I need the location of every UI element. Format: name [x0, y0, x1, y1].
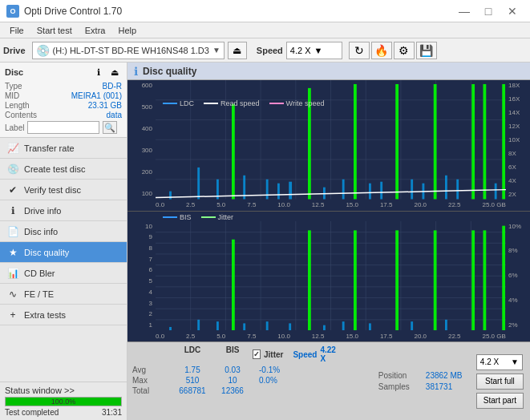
- settings-button[interactable]: ⚙: [394, 42, 415, 59]
- speed-select[interactable]: 4.2 X ▼: [286, 42, 342, 59]
- y-upper-400: 400: [142, 125, 152, 132]
- type-label: Type: [5, 82, 22, 91]
- nav-label-cd-bler: CD Bler: [24, 269, 55, 278]
- total-label: Total: [132, 386, 172, 395]
- save-button[interactable]: 💾: [416, 42, 437, 59]
- x-lower-22.5: 22.5: [448, 333, 461, 340]
- x-upper-20: 20.0: [414, 201, 427, 208]
- sidebar-item-verify-test-disc[interactable]: ✔ Verify test disc: [0, 180, 127, 200]
- disc-section-label: Disc: [5, 67, 23, 77]
- legend-bis: BIS: [163, 213, 192, 221]
- refresh-button[interactable]: ↻: [349, 42, 370, 59]
- sidebar-item-drive-info[interactable]: ℹ Drive info: [0, 200, 127, 221]
- mid-value: MEIRA1 (001): [71, 91, 122, 100]
- nav-label-disc-info: Disc info: [24, 227, 58, 236]
- progress-bar: 100.0%: [5, 397, 122, 406]
- svg-rect-29: [411, 180, 413, 200]
- drive-bar: Drive 💿 (H:) HL-DT-ST BD-RE WH16NS48 1.D…: [0, 38, 530, 63]
- speed-dropdown-arrow-icon: ▼: [511, 357, 519, 366]
- status-time: 31:31: [102, 408, 122, 417]
- y-upper-right-4x: 4X: [508, 177, 516, 184]
- sidebar-item-fe-te[interactable]: ∿ FE / TE: [0, 284, 127, 305]
- sidebar-item-disc-quality[interactable]: ★ Disc quality: [0, 242, 127, 263]
- main-content: ℹ Disc quality LDC Read speed: [127, 63, 530, 420]
- speed-dropdown-arrow: ▼: [314, 46, 323, 55]
- col-ldc: LDC: [172, 345, 212, 363]
- svg-rect-19: [266, 180, 269, 200]
- burn-button[interactable]: 🔥: [371, 42, 392, 59]
- svg-rect-74: [502, 225, 505, 330]
- nav-label-transfer-rate: Transfer rate: [24, 143, 75, 153]
- y-upper-right-2x: 2X: [508, 191, 516, 198]
- y-lower-9: 9: [149, 233, 152, 240]
- x-upper-2.5: 2.5: [186, 201, 195, 208]
- x-lower-12.5: 12.5: [312, 333, 325, 340]
- y-upper-300: 300: [142, 147, 152, 154]
- svg-rect-66: [354, 230, 357, 330]
- disc-eject-button[interactable]: ⏏: [107, 66, 122, 79]
- sidebar-item-extra-tests[interactable]: + Extra tests: [0, 305, 127, 325]
- disc-quality-title: Disc quality: [143, 66, 196, 77]
- max-jitter: 0.0%: [259, 376, 333, 385]
- nav-label-disc-quality: Disc quality: [24, 248, 69, 257]
- disc-info-button[interactable]: ℹ: [91, 66, 106, 79]
- avg-ldc: 1.75: [172, 365, 212, 374]
- speed-stat-value: 4.22 X: [320, 345, 335, 363]
- total-ldc: 668781: [172, 386, 212, 395]
- y-lower-2: 2: [149, 310, 152, 317]
- x-lower-20: 20.0: [414, 333, 427, 340]
- legend-jitter: Jitter: [201, 213, 234, 221]
- drive-select[interactable]: 💿 (H:) HL-DT-ST BD-RE WH16NS48 1.D3 ▼: [32, 42, 225, 59]
- svg-rect-33: [456, 180, 459, 200]
- menu-start-test[interactable]: Start test: [30, 24, 79, 37]
- svg-rect-59: [232, 239, 235, 330]
- fe-te-icon: ∿: [6, 288, 19, 301]
- svg-rect-20: [277, 184, 280, 200]
- sidebar-item-create-test-disc[interactable]: 💿 Create test disc: [0, 159, 127, 180]
- position-value: 23862 MB: [426, 371, 463, 380]
- menu-help[interactable]: Help: [111, 24, 143, 37]
- y-upper-right-12x: 12X: [508, 123, 520, 130]
- verify-test-disc-icon: ✔: [6, 184, 19, 196]
- disc-quality-header-icon: ℹ: [134, 65, 138, 78]
- svg-rect-24: [342, 180, 345, 200]
- menu-extra[interactable]: Extra: [79, 24, 112, 37]
- eject-button[interactable]: ⏏: [228, 42, 247, 59]
- minimize-button[interactable]: —: [453, 3, 475, 19]
- title-bar: O Opti Drive Control 1.70 — □ ✕: [0, 0, 530, 22]
- stats-table: LDC BIS ✓ Jitter Speed 4.22 X Avg 1.75 0…: [127, 342, 374, 420]
- label-icon-button[interactable]: 🔍: [103, 121, 117, 134]
- label-input[interactable]: [27, 121, 99, 134]
- sidebar-item-disc-info[interactable]: 📄 Disc info: [0, 221, 127, 242]
- y-lower-right-6pct: 6%: [508, 272, 518, 279]
- start-part-button[interactable]: Start part: [476, 393, 524, 409]
- jitter-col-label: Jitter: [264, 350, 283, 359]
- legend-jitter-label: Jitter: [218, 213, 234, 221]
- jitter-checkbox[interactable]: ✓: [253, 349, 261, 359]
- status-window-link[interactable]: Status window >>: [5, 386, 122, 395]
- svg-rect-70: [434, 230, 437, 330]
- svg-rect-27: [380, 182, 382, 200]
- y-upper-500: 500: [142, 103, 152, 111]
- x-upper-0: 0.0: [156, 201, 164, 208]
- speed-dropdown[interactable]: 4.2 X ▼: [476, 354, 523, 370]
- maximize-button[interactable]: □: [477, 3, 500, 19]
- y-lower-right-4pct: 4%: [508, 297, 518, 304]
- svg-rect-71: [445, 319, 447, 330]
- close-button[interactable]: ✕: [501, 3, 524, 19]
- nav-label-verify-test-disc: Verify test disc: [24, 185, 81, 195]
- avg-jitter: -0.1%: [259, 365, 333, 374]
- disc-info-icon: 📄: [6, 225, 19, 238]
- menu-file[interactable]: File: [3, 24, 30, 37]
- sidebar: Disc ℹ ⏏ Type BD-R MID MEIRA1 (001) Leng…: [0, 63, 127, 420]
- start-full-button[interactable]: Start full: [476, 374, 524, 390]
- app-icon: O: [6, 5, 19, 18]
- svg-rect-15: [197, 168, 200, 200]
- drive-name: (H:) HL-DT-ST BD-RE WH16NS48 1.D3: [53, 46, 209, 55]
- drive-label: Drive: [3, 46, 26, 55]
- max-bis: 10: [212, 376, 253, 385]
- svg-rect-31: [434, 84, 437, 200]
- sidebar-item-cd-bler[interactable]: 📊 CD Bler: [0, 263, 127, 284]
- svg-rect-22: [308, 88, 311, 200]
- sidebar-item-transfer-rate[interactable]: 📈 Transfer rate: [0, 138, 127, 159]
